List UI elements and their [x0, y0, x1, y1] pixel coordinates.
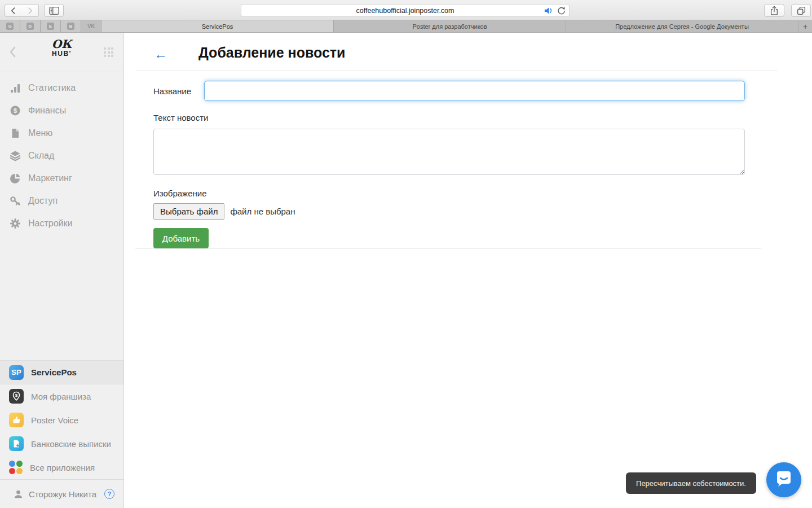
choose-file-button[interactable]: Выбрать файл — [153, 203, 224, 220]
tab-google-docs[interactable]: Предложение для Сергея - Google Документ… — [566, 20, 798, 32]
add-news-button[interactable]: Добавить — [153, 228, 209, 248]
app-item-servicepos[interactable]: SP ServicePos — [0, 361, 123, 384]
help-button[interactable]: ? — [104, 489, 114, 499]
favicon-d: D — [27, 23, 34, 30]
thumb-up-icon — [9, 413, 24, 427]
back-button[interactable] — [5, 4, 22, 17]
sidebar-item-access[interactable]: Доступ — [0, 190, 123, 212]
file-upload-row: Выбрать файл файл не выбран — [153, 203, 295, 220]
app-item-label: Банковские выписки — [31, 439, 111, 449]
forward-chevron-icon — [25, 6, 35, 16]
gear-icon — [10, 218, 21, 229]
sidebar-item-label: Финансы — [28, 106, 66, 116]
sidebar: ОК HUB' Статистика $ Финансы Меню С — [0, 33, 124, 508]
main-content: ← Добавление новости Название Текст ново… — [125, 33, 812, 508]
servicepos-app-icon: SP — [9, 365, 24, 380]
app-item-poster-voice[interactable]: Poster Voice — [0, 408, 123, 432]
share-icon — [769, 5, 779, 16]
sidebar-apps-section: SP ServicePos $ Моя франшиза Poster Voic… — [0, 360, 123, 479]
sidebar-item-label: Склад — [28, 151, 54, 161]
share-button[interactable] — [764, 4, 784, 17]
pinned-tab-e[interactable]: E — [41, 20, 61, 32]
header-divider — [135, 71, 778, 71]
tab-bar: G D E B VK ServicePos Poster для разрабо… — [0, 20, 812, 33]
tab-poster-dev[interactable]: Poster для разработчиков — [334, 20, 566, 32]
app-item-label: Моя франшиза — [31, 392, 91, 401]
file-status-text: файл не выбран — [230, 207, 295, 216]
audio-playing-icon[interactable] — [544, 6, 554, 15]
document-icon — [10, 128, 21, 139]
news-title-input[interactable] — [204, 81, 745, 101]
toast-message: Пересчитываем себестоимости. — [636, 479, 746, 488]
image-label: Изображение — [153, 189, 207, 198]
new-tab-button[interactable]: + — [798, 20, 812, 32]
pinned-tab-b[interactable]: B — [61, 20, 81, 32]
pin-dollar-icon: $ — [9, 389, 24, 404]
reload-icon[interactable] — [557, 6, 566, 15]
all-apps-dots-icon — [9, 461, 23, 474]
tab-servicepos[interactable]: ServicePos — [102, 20, 334, 32]
key-icon — [10, 195, 21, 207]
app-item-label: Все приложения — [30, 463, 95, 472]
tab-overview-icon — [796, 5, 807, 16]
sidebar-toggle-icon — [48, 6, 60, 16]
user-icon — [14, 489, 23, 499]
page-title: Добавление новости — [198, 45, 345, 61]
sidebar-item-finances[interactable]: $ Финансы — [0, 99, 123, 122]
news-text-textarea[interactable] — [153, 129, 745, 175]
pinned-tab-vk[interactable]: VK — [81, 20, 102, 32]
chat-widget-button[interactable] — [766, 462, 801, 497]
bank-statement-icon — [9, 436, 24, 451]
browser-toolbar: coffeehubofficial.joinposter.com — [0, 0, 812, 20]
svg-text:$: $ — [15, 393, 18, 398]
bar-chart-icon — [10, 82, 21, 94]
address-bar[interactable]: coffeehubofficial.joinposter.com — [241, 4, 570, 17]
pie-chart-icon — [10, 173, 21, 184]
sidebar-item-marketing[interactable]: Маркетинг — [0, 167, 123, 190]
pinned-tab-d[interactable]: D — [20, 20, 41, 32]
back-chevron-icon — [8, 6, 19, 16]
pinned-tab-g[interactable]: G — [0, 20, 20, 32]
sidebar-item-label: Доступ — [28, 196, 58, 206]
apps-grid-icon[interactable] — [104, 47, 113, 57]
sidebar-item-label: Маркетинг — [28, 173, 72, 183]
sidebar-item-menu[interactable]: Меню — [0, 122, 123, 144]
url-text: coffeehubofficial.joinposter.com — [356, 7, 454, 15]
name-label: Название — [153, 86, 191, 96]
sidebar-item-label: Статистика — [28, 83, 76, 93]
layers-icon — [10, 150, 21, 161]
tab-label: ServicePos — [202, 23, 233, 30]
app-item-bank-statements[interactable]: Банковские выписки — [0, 432, 123, 456]
user-row[interactable]: Сторожук Никита ? — [0, 479, 123, 508]
sidebar-header: ОК HUB' — [0, 33, 123, 72]
sidebar-item-label: Меню — [28, 128, 52, 138]
tab-label: Предложение для Сергея - Google Документ… — [615, 23, 749, 30]
svg-text:$: $ — [14, 107, 17, 114]
favicon-b: B — [67, 23, 74, 30]
browser-window: coffeehubofficial.joinposter.com G D E B… — [0, 0, 812, 508]
tab-label: Poster для разработчиков — [412, 23, 487, 30]
sidebar-item-warehouse[interactable]: Склад — [0, 144, 123, 167]
tab-overview-button[interactable] — [791, 4, 811, 17]
app-item-all-apps[interactable]: Все приложения — [0, 456, 123, 479]
dollar-circle-icon: $ — [10, 105, 21, 116]
chat-smile-icon — [774, 470, 793, 489]
sidebar-toggle-button[interactable] — [44, 4, 64, 17]
app-item-label: Poster Voice — [31, 415, 78, 425]
sidebar-item-settings[interactable]: Настройки — [0, 212, 123, 235]
back-arrow-button[interactable]: ← — [154, 47, 167, 61]
app-item-label: ServicePos — [31, 367, 77, 377]
forward-button[interactable] — [21, 4, 39, 17]
form-bottom-divider — [135, 248, 761, 249]
user-name: Сторожук Никита — [29, 489, 99, 499]
vk-logo-icon: VK — [87, 23, 95, 29]
app-item-my-franchise[interactable]: $ Моя франшиза — [0, 384, 123, 408]
toast-notification: Пересчитываем себестоимости. — [626, 472, 756, 494]
favicon-e: E — [47, 23, 54, 30]
favicon-g: G — [6, 23, 14, 30]
sidebar-nav: Статистика $ Финансы Меню Склад Маркетин… — [0, 77, 123, 235]
news-text-label: Текст новости — [153, 113, 208, 122]
sidebar-item-statistics[interactable]: Статистика — [0, 77, 123, 99]
sidebar-item-label: Настройки — [28, 218, 72, 229]
